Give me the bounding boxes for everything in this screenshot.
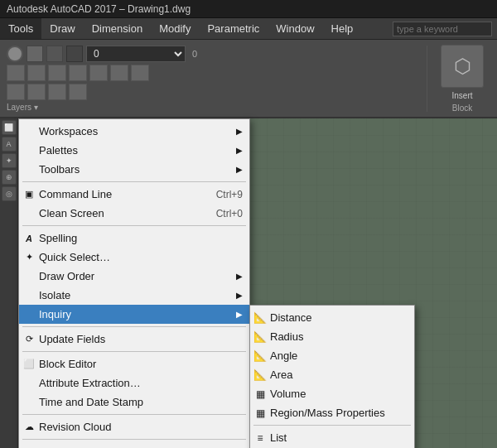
palettes-icon [22, 144, 36, 157]
menu-item-time-date-stamp[interactable]: Time and Date Stamp [19, 393, 249, 412]
menu-item-attribute-extraction[interactable]: Attribute Extraction… [19, 373, 249, 393]
menu-tools-label: Tools [8, 22, 33, 35]
menu-bar: Tools Draw Dimension Modify Parametric W… [0, 18, 497, 40]
layers-label: 0 [189, 49, 200, 59]
ribbon-row3-icon1 [7, 84, 25, 100]
sidebar-icon-2[interactable]: A [2, 137, 17, 152]
sidebar: ⬜ A ✦ ⊕ ◎ [0, 118, 18, 448]
layers-section-label: Layers ▾ [7, 103, 420, 112]
menu-item-workspaces[interactable]: Workspaces ▶ [19, 122, 249, 141]
main-area: ⬜ A ✦ ⊕ ◎ Workspaces ▶ Palettes ▶ Toolba… [0, 118, 497, 448]
area-icon: 📐 [253, 369, 267, 382]
title-bar: Autodesk AutoCAD 2017 – Drawing1.dwg [0, 0, 497, 18]
menu-item-update-fields[interactable]: ⟳ Update Fields [19, 330, 249, 349]
inquiry-sep-1 [253, 425, 411, 426]
inquiry-arrow: ▶ [228, 310, 243, 319]
isolate-arrow: ▶ [228, 291, 243, 300]
separator-4 [22, 351, 246, 352]
attribute-extraction-icon [22, 377, 36, 390]
menu-dimension-label: Dimension [92, 22, 142, 35]
ribbon-icon-2 [46, 46, 63, 62]
menu-item-xref-block[interactable]: Xref and Block In-place Editing ▶ [19, 442, 249, 448]
draw-order-icon [22, 270, 36, 283]
menu-item-quick-select[interactable]: ✦ Quick Select… [19, 248, 249, 267]
sidebar-icon-5[interactable]: ◎ [2, 186, 17, 201]
insert-icon[interactable]: ⬡ [441, 45, 484, 88]
workspaces-arrow: ▶ [228, 127, 243, 136]
menu-draw[interactable]: Draw [41, 18, 83, 39]
menu-item-revision-cloud[interactable]: ☁ Revision Cloud [19, 417, 249, 436]
inquiry-icon [22, 308, 36, 321]
menu-item-clean-screen[interactable]: Clean Screen Ctrl+0 [19, 204, 249, 223]
separator-2 [22, 225, 246, 226]
submenu-angle[interactable]: 📐 Angle [250, 346, 414, 365]
ribbon-row2-icon4 [69, 65, 87, 81]
separator-6 [22, 439, 246, 440]
block-label: Block [452, 104, 472, 113]
submenu-region-mass[interactable]: ▦ Region/Mass Properties [250, 403, 414, 422]
submenu-area[interactable]: 📐 Area [250, 365, 414, 384]
ribbon-row3-icon3 [48, 84, 66, 100]
layer-dropdown[interactable]: 0 [86, 46, 186, 62]
radius-icon: 📐 [253, 330, 267, 344]
menu-item-isolate[interactable]: Isolate ▶ [19, 286, 249, 305]
ribbon-row2-icon7 [131, 65, 149, 81]
toolbars-arrow: ▶ [228, 165, 243, 174]
submenu-volume[interactable]: ▦ Volume [250, 384, 414, 403]
title-text: Autodesk AutoCAD 2017 – Drawing1.dwg [7, 3, 191, 15]
sidebar-icon-3[interactable]: ✦ [2, 153, 17, 168]
ribbon-icon-3 [66, 46, 83, 62]
menu-item-inquiry[interactable]: Inquiry ▶ 📐 Distance 📐 Radius 📐 Angle [19, 305, 249, 324]
draw-order-arrow: ▶ [228, 272, 243, 281]
tools-dropdown-menu: Workspaces ▶ Palettes ▶ Toolbars ▶ ▣ Com… [18, 118, 250, 448]
menu-item-toolbars[interactable]: Toolbars ▶ [19, 160, 249, 179]
workspaces-icon [22, 125, 36, 138]
ribbon-row2-icon6 [110, 65, 128, 81]
submenu-list[interactable]: ≡ List [250, 428, 414, 447]
submenu-distance[interactable]: 📐 Distance [250, 308, 414, 327]
insert-label: Insert [451, 91, 472, 100]
keyword-search-input[interactable] [393, 22, 492, 36]
menu-parametric-label: Parametric [207, 22, 259, 35]
ribbon-sun-icon [7, 46, 23, 62]
separator-5 [22, 414, 246, 415]
ribbon-row3-icon4 [69, 84, 87, 100]
toolbars-icon [22, 163, 36, 176]
separator-1 [22, 181, 246, 182]
sidebar-icon-4[interactable]: ⊕ [2, 170, 17, 185]
clean-screen-icon [22, 207, 36, 220]
menu-item-draw-order[interactable]: Draw Order ▶ [19, 267, 249, 286]
submenu-radius[interactable]: 📐 Radius [250, 327, 414, 346]
menu-modify-label: Modify [159, 22, 191, 35]
dropdown-overlay: Workspaces ▶ Palettes ▶ Toolbars ▶ ▣ Com… [18, 118, 250, 448]
menu-item-block-editor[interactable]: ⬜ Block Editor [19, 354, 249, 373]
spelling-icon: A [22, 232, 36, 245]
revision-cloud-icon: ☁ [22, 421, 36, 434]
menu-help-label: Help [331, 22, 354, 35]
menu-item-spelling[interactable]: A Spelling [19, 229, 249, 248]
menu-help[interactable]: Help [323, 18, 362, 39]
menu-modify[interactable]: Modify [151, 18, 199, 39]
menu-item-command-line[interactable]: ▣ Command Line Ctrl+9 [19, 185, 249, 204]
sidebar-icon-1[interactable]: ⬜ [2, 120, 17, 135]
time-date-icon [22, 396, 36, 409]
menu-parametric[interactable]: Parametric [199, 18, 268, 39]
ribbon-row2-icon1 [7, 65, 25, 81]
palettes-arrow: ▶ [228, 146, 243, 155]
ribbon-row2-icon3 [48, 65, 66, 81]
menu-window[interactable]: Window [268, 18, 322, 39]
separator-3 [22, 326, 246, 327]
xref-icon [22, 446, 36, 449]
distance-icon: 📐 [253, 311, 267, 325]
menu-dimension[interactable]: Dimension [84, 18, 151, 39]
volume-icon: ▦ [253, 388, 267, 401]
block-editor-icon: ⬜ [22, 358, 36, 371]
list-icon: ≡ [253, 431, 267, 445]
menu-tools[interactable]: Tools [0, 18, 41, 39]
menu-draw-label: Draw [50, 22, 75, 35]
ribbon-divider [427, 46, 427, 112]
angle-icon: 📐 [253, 349, 267, 363]
region-mass-icon: ▦ [253, 407, 267, 420]
ribbon-row2-icon5 [89, 65, 108, 81]
menu-item-palettes[interactable]: Palettes ▶ [19, 141, 249, 160]
